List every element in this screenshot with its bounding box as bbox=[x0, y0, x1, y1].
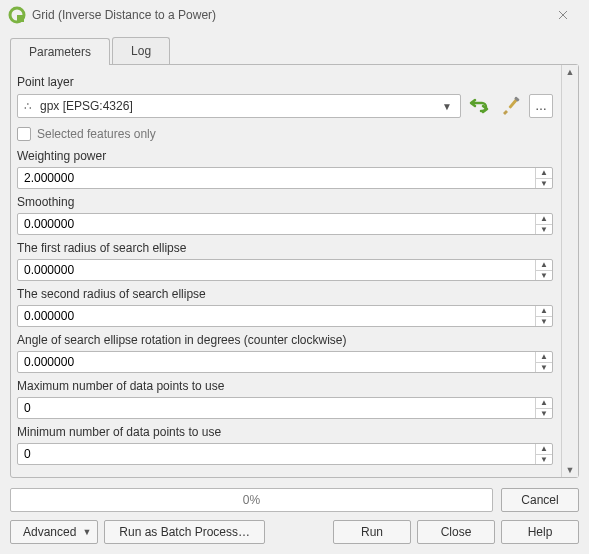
selected-only-row[interactable]: Selected features only bbox=[17, 127, 553, 141]
spin-buttons: ▲▼ bbox=[535, 444, 552, 464]
spin-buttons: ▲▼ bbox=[535, 260, 552, 280]
spin-input[interactable] bbox=[18, 214, 535, 234]
field-group: The first radius of search ellipse▲▼ bbox=[17, 241, 553, 281]
spin-buttons: ▲▼ bbox=[535, 352, 552, 372]
browse-button[interactable]: … bbox=[529, 94, 553, 118]
spin-buttons: ▲▼ bbox=[535, 214, 552, 234]
point-layer-label: Point layer bbox=[17, 75, 553, 89]
spin-down-icon[interactable]: ▼ bbox=[536, 271, 552, 281]
field-label: Maximum number of data points to use bbox=[17, 379, 553, 393]
advanced-button[interactable]: Advanced ▼ bbox=[10, 520, 98, 544]
help-button[interactable]: Help bbox=[501, 520, 579, 544]
field-group: Weighting power▲▼ bbox=[17, 149, 553, 189]
spin-down-icon[interactable]: ▼ bbox=[536, 225, 552, 235]
spin-down-icon[interactable]: ▼ bbox=[536, 179, 552, 189]
tab-parameters[interactable]: Parameters bbox=[10, 38, 110, 65]
spin-box[interactable]: ▲▼ bbox=[17, 259, 553, 281]
field-label: Minimum number of data points to use bbox=[17, 425, 553, 439]
spin-box[interactable]: ▲▼ bbox=[17, 443, 553, 465]
spin-box[interactable]: ▲▼ bbox=[17, 351, 553, 373]
point-layer-combo[interactable]: ∴ gpx [EPSG:4326] ▼ bbox=[17, 94, 461, 118]
scroll-up-icon[interactable]: ▲ bbox=[566, 67, 575, 77]
title-bar: Grid (Inverse Distance to a Power) bbox=[0, 0, 589, 29]
spin-up-icon[interactable]: ▲ bbox=[536, 260, 552, 271]
spin-input[interactable] bbox=[18, 168, 535, 188]
progress-text: 0% bbox=[243, 493, 260, 507]
run-button[interactable]: Run bbox=[333, 520, 411, 544]
spin-down-icon[interactable]: ▼ bbox=[536, 317, 552, 327]
vertical-scrollbar[interactable]: ▲ ▼ bbox=[561, 65, 578, 477]
tab-bar: Parameters Log bbox=[10, 37, 579, 64]
spin-box[interactable]: ▲▼ bbox=[17, 397, 553, 419]
spin-input[interactable] bbox=[18, 352, 535, 372]
field-group: Angle of search ellipse rotation in degr… bbox=[17, 333, 553, 373]
tab-panel-parameters: Point layer ∴ gpx [EPSG:4326] ▼ bbox=[10, 64, 579, 478]
window-title: Grid (Inverse Distance to a Power) bbox=[32, 8, 545, 22]
selected-only-label: Selected features only bbox=[37, 127, 156, 141]
iterate-button[interactable] bbox=[465, 93, 493, 119]
spin-up-icon[interactable]: ▲ bbox=[536, 444, 552, 455]
spin-buttons: ▲▼ bbox=[535, 306, 552, 326]
parameters-scroll-area: Point layer ∴ gpx [EPSG:4326] ▼ bbox=[11, 65, 561, 477]
progress-row: 0% Cancel bbox=[10, 488, 579, 512]
spin-up-icon[interactable]: ▲ bbox=[536, 352, 552, 363]
spin-input[interactable] bbox=[18, 260, 535, 280]
scroll-down-icon[interactable]: ▼ bbox=[566, 465, 575, 475]
chevron-down-icon: ▼ bbox=[442, 101, 452, 112]
button-row: Advanced ▼ Run as Batch Process… Run Clo… bbox=[10, 520, 579, 544]
close-button[interactable]: Close bbox=[417, 520, 495, 544]
field-group: Minimum number of data points to use▲▼ bbox=[17, 425, 553, 465]
svg-rect-1 bbox=[17, 15, 24, 22]
field-label: The second radius of search ellipse bbox=[17, 287, 553, 301]
spin-buttons: ▲▼ bbox=[535, 398, 552, 418]
layer-point-icon: ∴ bbox=[24, 99, 34, 113]
spin-input[interactable] bbox=[18, 398, 535, 418]
spin-down-icon[interactable]: ▼ bbox=[536, 455, 552, 465]
field-label: Angle of search ellipse rotation in degr… bbox=[17, 333, 553, 347]
field-label: Weighting power bbox=[17, 149, 553, 163]
dialog-window: Grid (Inverse Distance to a Power) Param… bbox=[0, 0, 589, 554]
spin-box[interactable]: ▲▼ bbox=[17, 305, 553, 327]
advanced-options-button[interactable] bbox=[497, 93, 525, 119]
spin-up-icon[interactable]: ▲ bbox=[536, 306, 552, 317]
point-layer-value: gpx [EPSG:4326] bbox=[40, 99, 438, 113]
spin-input[interactable] bbox=[18, 444, 535, 464]
dialog-footer: 0% Cancel Advanced ▼ Run as Batch Proces… bbox=[0, 482, 589, 554]
caret-down-icon: ▼ bbox=[82, 527, 91, 537]
spin-up-icon[interactable]: ▲ bbox=[536, 214, 552, 225]
content-area: Parameters Log Point layer ∴ gpx [EPSG:4… bbox=[0, 29, 589, 482]
field-label: Smoothing bbox=[17, 195, 553, 209]
field-group: Smoothing▲▼ bbox=[17, 195, 553, 235]
ellipsis-icon: … bbox=[535, 99, 547, 113]
spin-up-icon[interactable]: ▲ bbox=[536, 168, 552, 179]
spin-box[interactable]: ▲▼ bbox=[17, 167, 553, 189]
spin-buttons: ▲▼ bbox=[535, 168, 552, 188]
spin-up-icon[interactable]: ▲ bbox=[536, 398, 552, 409]
spin-box[interactable]: ▲▼ bbox=[17, 213, 553, 235]
field-group: Maximum number of data points to use▲▼ bbox=[17, 379, 553, 419]
selected-only-checkbox[interactable] bbox=[17, 127, 31, 141]
batch-button[interactable]: Run as Batch Process… bbox=[104, 520, 265, 544]
field-group: The second radius of search ellipse▲▼ bbox=[17, 287, 553, 327]
progress-bar: 0% bbox=[10, 488, 493, 512]
spin-down-icon[interactable]: ▼ bbox=[536, 409, 552, 419]
spin-input[interactable] bbox=[18, 306, 535, 326]
advanced-button-label: Advanced bbox=[23, 525, 76, 539]
point-layer-group: Point layer ∴ gpx [EPSG:4326] ▼ bbox=[17, 75, 553, 119]
tab-log[interactable]: Log bbox=[112, 37, 170, 64]
spin-down-icon[interactable]: ▼ bbox=[536, 363, 552, 373]
cancel-button[interactable]: Cancel bbox=[501, 488, 579, 512]
close-icon[interactable] bbox=[545, 1, 581, 29]
point-layer-row: ∴ gpx [EPSG:4326] ▼ bbox=[17, 93, 553, 119]
field-label: The first radius of search ellipse bbox=[17, 241, 553, 255]
qgis-icon bbox=[8, 6, 26, 24]
